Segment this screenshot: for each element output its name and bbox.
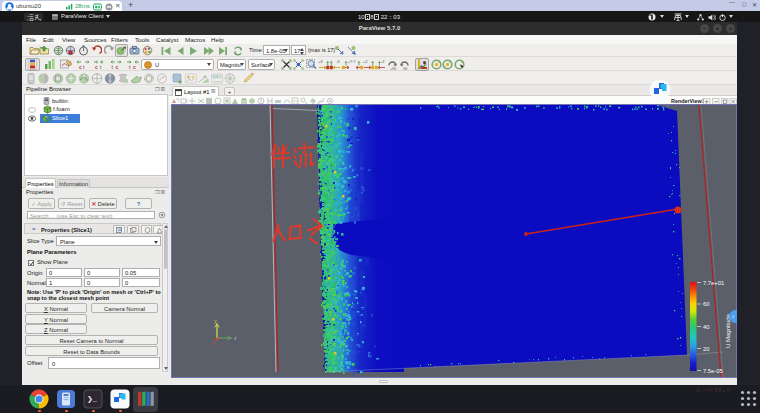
svg-text:c: c: [133, 64, 136, 70]
svg-text:t: t: [83, 64, 85, 70]
svg-text:t: t: [129, 64, 131, 70]
svg-text:t: t: [100, 64, 102, 70]
svg-text:-90: -90: [402, 66, 407, 69]
svg-text:c: c: [116, 64, 119, 70]
svg-text:❯_: ❯_: [87, 395, 98, 403]
svg-text:7.7e+01: 7.7e+01: [703, 280, 724, 286]
svg-text:+Z: +Z: [363, 60, 368, 64]
svg-text:c: c: [79, 64, 82, 70]
svg-text:-X: -X: [336, 60, 340, 64]
svg-text:20: 20: [703, 346, 709, 352]
svg-text:t: t: [112, 64, 114, 70]
svg-text:+90: +90: [390, 66, 396, 69]
svg-text:-Y: -Y: [352, 60, 356, 64]
svg-text:c: c: [95, 64, 98, 70]
svg-text:40: 40: [703, 324, 709, 330]
svg-text:60: 60: [703, 301, 709, 307]
svg-text:+X: +X: [318, 60, 323, 64]
svg-text:7.5e-05: 7.5e-05: [703, 368, 723, 374]
svg-text:-Z: -Z: [381, 60, 385, 64]
